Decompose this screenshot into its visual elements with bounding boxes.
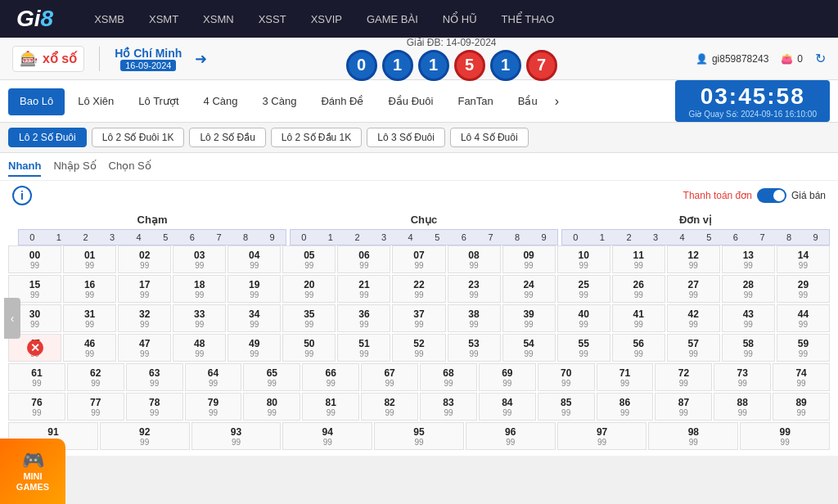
num-cell-04[interactable]: 0499: [228, 245, 281, 273]
num-cell-24[interactable]: 2499: [502, 275, 556, 303]
num-cell-10[interactable]: 1099: [557, 245, 610, 273]
num-cell-18[interactable]: 1899: [173, 275, 226, 303]
mini-games-badge[interactable]: 🎮 MINIGAMES: [0, 439, 65, 504]
num-cell-72[interactable]: 7299: [655, 363, 712, 391]
num-cell-25[interactable]: 2599: [557, 275, 610, 303]
num-cell-68[interactable]: 6899: [420, 363, 477, 391]
num-cell-08[interactable]: 0899: [448, 245, 501, 273]
nav-game-bai[interactable]: GAME BÀI: [367, 13, 418, 25]
tab-lo-truot[interactable]: Lô Trượt: [127, 88, 190, 115]
num-cell-29[interactable]: 2999: [777, 275, 830, 303]
num-cell-85[interactable]: 8599: [538, 393, 595, 421]
num-cell-32[interactable]: 3299: [118, 304, 171, 332]
num-cell-58[interactable]: 5899: [722, 334, 775, 362]
nav-xsst[interactable]: XSST: [259, 13, 286, 25]
num-cell-89[interactable]: 8999: [773, 393, 830, 421]
num-cell-43[interactable]: 4399: [722, 304, 775, 332]
num-cell-77[interactable]: 7799: [67, 393, 124, 421]
num-cell-95[interactable]: 9599: [374, 422, 464, 450]
logo[interactable]: Gi8: [16, 6, 53, 32]
num-cell-38[interactable]: 3899: [448, 304, 501, 332]
num-cell-21[interactable]: 2199: [337, 275, 390, 303]
num-cell-53[interactable]: 5399: [448, 334, 501, 362]
num-cell-59[interactable]: 5999: [777, 334, 830, 362]
tab-danh-de[interactable]: Đánh Đề: [309, 88, 375, 115]
num-cell-23[interactable]: 2399: [448, 275, 501, 303]
num-cell-88[interactable]: 8899: [714, 393, 771, 421]
num-cell-97[interactable]: 9799: [557, 422, 647, 450]
num-cell-13[interactable]: 1399: [722, 245, 775, 273]
num-cell-96[interactable]: 9699: [466, 422, 556, 450]
num-cell-99[interactable]: 9999: [740, 422, 830, 450]
num-cell-92[interactable]: 9299: [100, 422, 190, 450]
num-cell-94[interactable]: 9499: [282, 422, 372, 450]
num-cell-44[interactable]: 4499: [777, 304, 830, 332]
num-cell-50[interactable]: 5099: [282, 334, 336, 362]
num-cell-82[interactable]: 8299: [361, 393, 418, 421]
sub-tab-lo4sd[interactable]: Lô 4 Số Đuôi: [450, 128, 529, 147]
num-cell-78[interactable]: 7899: [126, 393, 183, 421]
num-cell-98[interactable]: 9899: [648, 422, 738, 450]
num-cell-20[interactable]: 2099: [282, 275, 336, 303]
num-cell-65[interactable]: 6599: [243, 363, 300, 391]
num-cell-56[interactable]: 5699: [612, 334, 665, 362]
num-cell-27[interactable]: 2799: [667, 275, 720, 303]
num-cell-42[interactable]: 4299: [667, 304, 720, 332]
num-cell-70[interactable]: 7099: [538, 363, 595, 391]
num-cell-12[interactable]: 1299: [667, 245, 720, 273]
tab-lo-xien[interactable]: Lô Xiên: [66, 88, 125, 115]
mode-nhap-so[interactable]: Nhập Số: [53, 160, 96, 177]
tab-4-cang[interactable]: 4 Càng: [192, 88, 250, 115]
mode-chon-so[interactable]: Chọn Số: [109, 160, 151, 177]
num-cell-26[interactable]: 2699: [612, 275, 665, 303]
nav-xsmt[interactable]: XSMT: [149, 13, 178, 25]
num-cell-93[interactable]: 9399: [191, 422, 282, 450]
refresh-user-icon[interactable]: ↻: [815, 51, 826, 66]
sub-tab-lo2sd1k[interactable]: Lô 2 Số Đuôi 1K: [92, 128, 185, 147]
num-cell-83[interactable]: 8399: [420, 393, 477, 421]
num-cell-67[interactable]: 6799: [361, 363, 418, 391]
num-cell-69[interactable]: 6999: [479, 363, 536, 391]
num-cell-86[interactable]: 8699: [597, 393, 654, 421]
nav-xsvip[interactable]: XSVIP: [311, 13, 342, 25]
num-cell-51[interactable]: 5199: [337, 334, 390, 362]
num-cell-22[interactable]: 2299: [392, 275, 445, 303]
num-cell-01[interactable]: 0199: [63, 245, 116, 273]
num-cell-05[interactable]: 0599: [282, 245, 336, 273]
num-cell-47[interactable]: 4799: [118, 334, 171, 362]
num-cell-62[interactable]: 6299: [67, 363, 124, 391]
num-cell-48[interactable]: 4899: [173, 334, 226, 362]
mode-nhanh[interactable]: Nhanh: [8, 160, 41, 177]
num-cell-64[interactable]: 6499: [185, 363, 242, 391]
left-arrow-button[interactable]: ‹: [4, 298, 20, 339]
num-cell-63[interactable]: 6399: [126, 363, 183, 391]
num-cell-80[interactable]: 8099: [243, 393, 300, 421]
num-cell-54[interactable]: 5499: [502, 334, 556, 362]
num-cell-07[interactable]: 0799: [392, 245, 445, 273]
num-cell-17[interactable]: 1799: [118, 275, 171, 303]
num-cell-02[interactable]: 0299: [118, 245, 171, 273]
num-cell-11[interactable]: 1199: [612, 245, 665, 273]
num-cell-16[interactable]: 1699: [63, 275, 116, 303]
tab-fantan[interactable]: FanTan: [446, 88, 504, 115]
num-cell-66[interactable]: 6699: [302, 363, 359, 391]
tab-bao-lo[interactable]: Bao Lô: [8, 88, 65, 115]
num-cell-40[interactable]: 4099: [557, 304, 610, 332]
num-cell-19[interactable]: 1999: [228, 275, 281, 303]
sub-tab-lo2sd[interactable]: Lô 2 Số Đuôi: [8, 128, 87, 147]
num-cell-55[interactable]: 5599: [557, 334, 610, 362]
num-cell-41[interactable]: 4199: [612, 304, 665, 332]
tab-more-icon[interactable]: ›: [555, 94, 559, 109]
num-cell-39[interactable]: 3999: [502, 304, 556, 332]
tab-3-cang[interactable]: 3 Càng: [250, 88, 308, 115]
num-cell-79[interactable]: 7999: [185, 393, 242, 421]
tab-bau[interactable]: Bầu: [507, 88, 549, 115]
num-cell-74[interactable]: 7499: [773, 363, 830, 391]
num-cell-46[interactable]: 4699: [63, 334, 116, 362]
num-cell-06[interactable]: 0699: [337, 245, 390, 273]
num-cell-87[interactable]: 8799: [655, 393, 712, 421]
num-cell-57[interactable]: 5799: [667, 334, 720, 362]
nav-xsmn[interactable]: XSMN: [203, 13, 234, 25]
num-cell-81[interactable]: 8199: [302, 393, 359, 421]
sub-tab-lo2sdau[interactable]: Lô 2 Số Đầu: [189, 128, 265, 147]
